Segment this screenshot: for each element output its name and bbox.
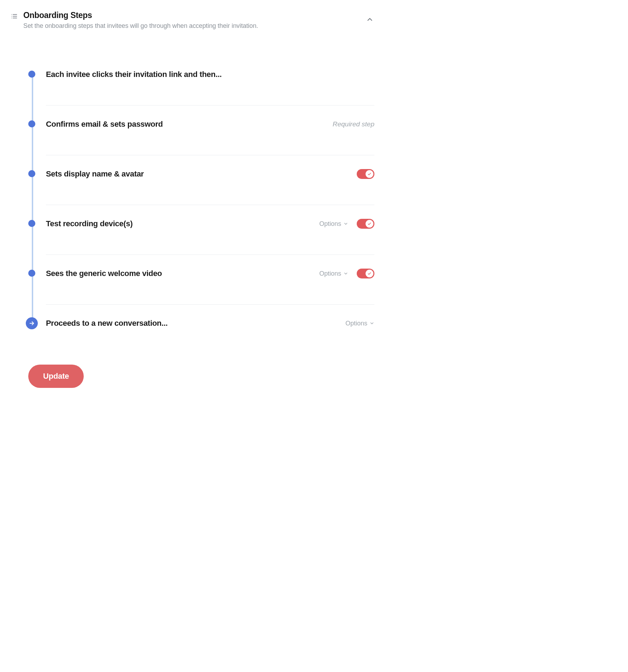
update-button[interactable]: Update (28, 365, 84, 388)
step-final-icon (26, 317, 38, 329)
step-dot-icon (28, 120, 35, 127)
step-enable-toggle[interactable] (357, 269, 374, 278)
options-label: Options (319, 220, 341, 228)
check-icon (367, 172, 372, 176)
svg-point-3 (11, 14, 12, 15)
check-icon (367, 271, 372, 276)
options-label: Options (345, 320, 367, 327)
step-divider (46, 105, 374, 106)
step-display-name-avatar: Sets display name & avatar (28, 168, 374, 218)
step-test-recording: Test recording device(s) Options (28, 218, 374, 268)
panel-title: Onboarding Steps (23, 11, 374, 20)
svg-point-5 (11, 18, 12, 18)
chevron-down-icon (343, 221, 348, 226)
step-label: Confirms email & sets password (46, 120, 163, 129)
step-invitation-link: Each invitee clicks their invitation lin… (28, 68, 374, 118)
step-label: Test recording device(s) (46, 219, 132, 228)
required-step-badge: Required step (333, 120, 374, 128)
svg-point-4 (11, 16, 12, 17)
step-enable-toggle[interactable] (357, 169, 374, 179)
step-dot-icon (28, 170, 35, 177)
toggle-knob (366, 270, 373, 277)
options-label: Options (319, 270, 341, 277)
step-divider (46, 155, 374, 155)
step-welcome-video: Sees the generic welcome video Options (28, 268, 374, 317)
toggle-knob (366, 170, 373, 178)
step-label: Each invitee clicks their invitation lin… (46, 70, 222, 79)
check-icon (367, 222, 372, 226)
step-divider (46, 205, 374, 205)
step-options-dropdown[interactable]: Options (319, 220, 348, 228)
steps-timeline: Each invitee clicks their invitation lin… (11, 68, 374, 329)
step-divider (46, 254, 374, 255)
step-label: Sets display name & avatar (46, 169, 144, 179)
chevron-up-icon (366, 16, 374, 23)
step-dot-icon (28, 220, 35, 227)
list-icon (11, 11, 23, 20)
onboarding-steps-panel: Onboarding Steps Set the onboarding step… (7, 7, 378, 402)
step-divider (46, 304, 374, 305)
toggle-knob (366, 220, 373, 228)
step-options-dropdown[interactable]: Options (345, 320, 374, 327)
chevron-down-icon (343, 271, 348, 276)
step-confirm-email: Confirms email & sets password Required … (28, 118, 374, 168)
arrow-right-icon (29, 320, 35, 326)
step-enable-toggle[interactable] (357, 219, 374, 229)
step-dot-icon (28, 270, 35, 277)
step-dot-icon (28, 71, 35, 78)
step-label: Proceeds to a new conversation... (46, 319, 168, 328)
step-proceed-conversation: Proceeds to a new conversation... Option… (28, 317, 374, 329)
panel-header: Onboarding Steps Set the onboarding step… (11, 11, 374, 30)
collapse-toggle[interactable] (365, 15, 374, 24)
step-label: Sees the generic welcome video (46, 269, 162, 278)
step-options-dropdown[interactable]: Options (319, 270, 348, 277)
chevron-down-icon (369, 321, 374, 326)
panel-description: Set the onboarding steps that invitees w… (23, 22, 374, 30)
